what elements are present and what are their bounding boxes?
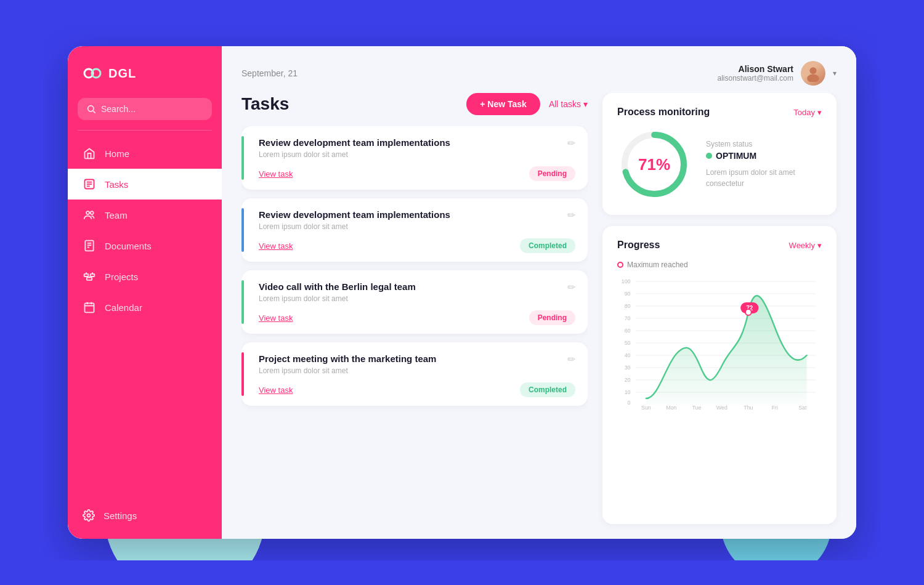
chart-svg: 100 90 80 70 60 50 40 30 20 10 0 xyxy=(617,275,822,411)
right-panel: Process monitoring Today ▾ xyxy=(602,93,837,524)
svg-text:Fri: Fri xyxy=(772,405,778,411)
task-bar xyxy=(241,280,244,324)
view-task-button[interactable]: View task xyxy=(259,385,293,395)
process-info: System status OPTIMUM Lorem ipsum dolor … xyxy=(706,140,822,189)
page-title: Tasks xyxy=(241,94,289,114)
sidebar-label-tasks: Tasks xyxy=(105,179,128,190)
task-content: Project meeting with the marketing team … xyxy=(254,353,575,397)
chevron-down-icon: ▾ xyxy=(817,241,822,250)
user-profile[interactable]: Alison Stwart alisonstwart@mail.com ▾ xyxy=(717,61,837,86)
svg-point-24 xyxy=(87,514,91,517)
process-filter-button[interactable]: Today ▾ xyxy=(793,108,822,117)
logo-text: DGL xyxy=(108,67,136,81)
progress-chart: 100 90 80 70 60 50 40 30 20 10 0 xyxy=(617,275,822,411)
search-icon xyxy=(86,104,96,114)
svg-point-52 xyxy=(745,309,752,315)
sidebar-item-calendar[interactable]: Calendar xyxy=(68,292,222,323)
legend-dot xyxy=(617,262,623,268)
main-card: DGL Search... Home xyxy=(68,46,856,539)
progress-card: Progress Weekly ▾ Maximum reached xyxy=(602,226,837,524)
sidebar-item-projects[interactable]: Projects xyxy=(68,261,222,292)
logo-icon xyxy=(83,63,102,83)
view-task-button[interactable]: View task xyxy=(259,241,293,251)
svg-text:Tue: Tue xyxy=(692,405,701,411)
sidebar-label-documents: Documents xyxy=(105,241,152,251)
user-email: alisonstwart@mail.com xyxy=(717,74,793,83)
chart-legend: Maximum reached xyxy=(617,260,822,269)
task-bar xyxy=(241,208,244,252)
sidebar: DGL Search... Home xyxy=(68,46,222,539)
process-monitoring-card: Process monitoring Today ▾ xyxy=(602,93,837,215)
user-name: Alison Stwart xyxy=(717,64,793,74)
main-content: September, 21 Alison Stwart alisonstwart… xyxy=(222,46,856,539)
sidebar-label-projects: Projects xyxy=(105,272,138,282)
svg-text:90: 90 xyxy=(625,291,631,297)
task-top: Video call with the Berlin legal team Lo… xyxy=(259,281,575,310)
all-tasks-button[interactable]: All tasks ▾ xyxy=(549,99,588,109)
progress-card-header: Progress Weekly ▾ xyxy=(617,240,822,251)
task-bottom: View task Pending xyxy=(259,310,575,325)
home-icon xyxy=(83,147,96,160)
settings-icon xyxy=(83,509,95,522)
status-badge: Completed xyxy=(520,382,575,397)
status-dot xyxy=(706,153,712,159)
sidebar-bottom: Settings xyxy=(68,499,222,539)
avatar xyxy=(801,61,825,86)
header-date: September, 21 xyxy=(241,68,298,78)
svg-text:100: 100 xyxy=(622,278,631,284)
system-status-label: System status xyxy=(706,140,822,148)
team-icon xyxy=(83,208,96,222)
documents-icon xyxy=(83,239,96,252)
progress-title: Progress xyxy=(617,240,660,251)
search-button[interactable]: Search... xyxy=(78,98,212,120)
svg-point-8 xyxy=(86,211,89,214)
svg-text:Sun: Sun xyxy=(641,405,651,411)
task-top: Review development team implementations … xyxy=(259,137,575,166)
outer-background: DGL Search... Home xyxy=(43,25,881,560)
donut-percent: 71% xyxy=(638,155,670,174)
status-badge: Completed xyxy=(520,238,575,253)
task-content: Video call with the Berlin legal team Lo… xyxy=(254,281,575,325)
donut-chart: 71% xyxy=(617,127,691,201)
status-optimum: OPTIMUM xyxy=(706,151,822,161)
sidebar-item-documents[interactable]: Documents xyxy=(68,230,222,261)
sidebar-item-home[interactable]: Home xyxy=(68,138,222,169)
svg-point-25 xyxy=(809,67,816,74)
task-desc: Lorem ipsum dolor sit amet xyxy=(259,294,416,303)
task-bottom: View task Completed xyxy=(259,382,575,397)
task-top: Project meeting with the marketing team … xyxy=(259,353,575,382)
tasks-icon xyxy=(83,177,96,191)
svg-rect-15 xyxy=(91,274,95,276)
sidebar-label-home: Home xyxy=(105,148,129,159)
task-card: Review development team implementations … xyxy=(241,126,588,190)
view-task-button[interactable]: View task xyxy=(259,313,293,323)
sidebar-item-settings[interactable]: Settings xyxy=(83,509,207,522)
svg-point-2 xyxy=(88,106,94,111)
svg-text:Thu: Thu xyxy=(744,405,753,411)
task-content: Review development team implementations … xyxy=(254,209,575,253)
process-title: Process monitoring xyxy=(617,107,710,118)
svg-text:Wed: Wed xyxy=(716,405,727,411)
task-desc: Lorem ipsum dolor sit amet xyxy=(259,222,450,231)
tasks-header: Tasks + New Task All tasks ▾ xyxy=(241,93,588,115)
sidebar-item-tasks[interactable]: Tasks xyxy=(68,169,222,200)
svg-rect-20 xyxy=(85,303,94,312)
edit-icon[interactable]: ✏ xyxy=(567,209,575,221)
projects-icon xyxy=(83,270,96,283)
progress-filter-button[interactable]: Weekly ▾ xyxy=(789,241,822,250)
new-task-button[interactable]: + New Task xyxy=(466,93,540,115)
header: September, 21 Alison Stwart alisonstwart… xyxy=(222,46,856,93)
svg-text:60: 60 xyxy=(625,328,631,334)
sidebar-item-team[interactable]: Team xyxy=(68,200,222,230)
edit-icon[interactable]: ✏ xyxy=(567,353,575,365)
edit-icon[interactable]: ✏ xyxy=(567,281,575,293)
view-task-button[interactable]: View task xyxy=(259,169,293,179)
edit-icon[interactable]: ✏ xyxy=(567,137,575,149)
svg-text:80: 80 xyxy=(625,303,631,309)
donut-center: 71% xyxy=(638,155,670,174)
task-card: Project meeting with the marketing team … xyxy=(241,342,588,406)
chevron-down-icon: ▾ xyxy=(583,99,588,109)
chevron-down-icon: ▾ xyxy=(833,69,837,78)
task-desc: Lorem ipsum dolor sit amet xyxy=(259,150,450,159)
search-label: Search... xyxy=(101,104,136,114)
